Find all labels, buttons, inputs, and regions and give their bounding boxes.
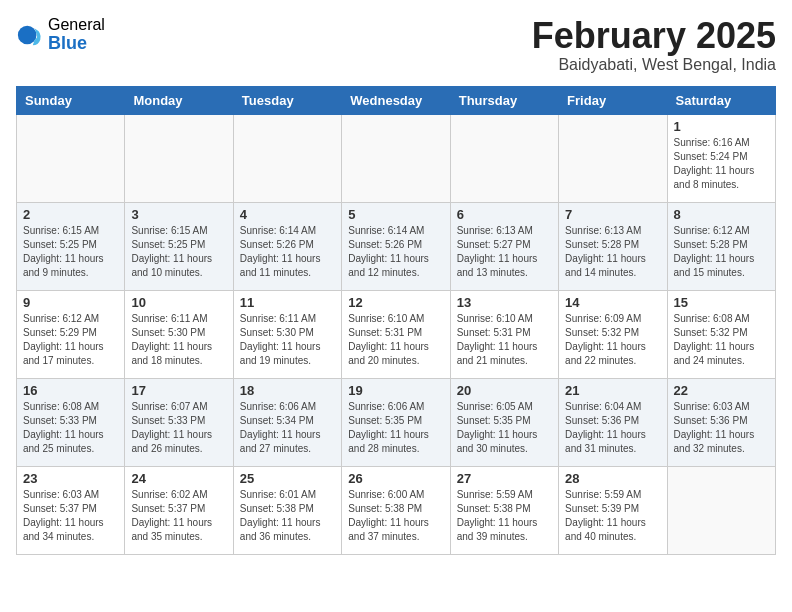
calendar-cell: 18Sunrise: 6:06 AM Sunset: 5:34 PM Dayli… — [233, 378, 341, 466]
day-info: Sunrise: 6:10 AM Sunset: 5:31 PM Dayligh… — [348, 312, 443, 368]
calendar-cell: 13Sunrise: 6:10 AM Sunset: 5:31 PM Dayli… — [450, 290, 558, 378]
day-info: Sunrise: 6:08 AM Sunset: 5:33 PM Dayligh… — [23, 400, 118, 456]
calendar-cell: 23Sunrise: 6:03 AM Sunset: 5:37 PM Dayli… — [17, 466, 125, 554]
col-header-tuesday: Tuesday — [233, 86, 341, 114]
day-number: 26 — [348, 471, 443, 486]
day-info: Sunrise: 6:03 AM Sunset: 5:37 PM Dayligh… — [23, 488, 118, 544]
calendar-cell: 20Sunrise: 6:05 AM Sunset: 5:35 PM Dayli… — [450, 378, 558, 466]
calendar-cell: 7Sunrise: 6:13 AM Sunset: 5:28 PM Daylig… — [559, 202, 667, 290]
day-number: 24 — [131, 471, 226, 486]
logo-blue: Blue — [48, 34, 105, 54]
col-header-thursday: Thursday — [450, 86, 558, 114]
calendar-cell: 14Sunrise: 6:09 AM Sunset: 5:32 PM Dayli… — [559, 290, 667, 378]
logo-text: General Blue — [48, 16, 105, 53]
logo-general: General — [48, 16, 105, 34]
day-number: 3 — [131, 207, 226, 222]
day-info: Sunrise: 6:12 AM Sunset: 5:29 PM Dayligh… — [23, 312, 118, 368]
day-info: Sunrise: 6:08 AM Sunset: 5:32 PM Dayligh… — [674, 312, 769, 368]
day-number: 8 — [674, 207, 769, 222]
day-number: 5 — [348, 207, 443, 222]
day-info: Sunrise: 6:13 AM Sunset: 5:27 PM Dayligh… — [457, 224, 552, 280]
day-number: 9 — [23, 295, 118, 310]
calendar-cell: 4Sunrise: 6:14 AM Sunset: 5:26 PM Daylig… — [233, 202, 341, 290]
day-number: 14 — [565, 295, 660, 310]
day-info: Sunrise: 6:03 AM Sunset: 5:36 PM Dayligh… — [674, 400, 769, 456]
calendar-cell: 26Sunrise: 6:00 AM Sunset: 5:38 PM Dayli… — [342, 466, 450, 554]
calendar-cell: 21Sunrise: 6:04 AM Sunset: 5:36 PM Dayli… — [559, 378, 667, 466]
calendar-cell: 28Sunrise: 5:59 AM Sunset: 5:39 PM Dayli… — [559, 466, 667, 554]
main-title: February 2025 — [532, 16, 776, 56]
calendar-cell — [342, 114, 450, 202]
svg-point-0 — [18, 25, 37, 44]
col-header-monday: Monday — [125, 86, 233, 114]
calendar-cell — [17, 114, 125, 202]
calendar-week-row: 2Sunrise: 6:15 AM Sunset: 5:25 PM Daylig… — [17, 202, 776, 290]
day-info: Sunrise: 6:14 AM Sunset: 5:26 PM Dayligh… — [348, 224, 443, 280]
calendar-cell: 17Sunrise: 6:07 AM Sunset: 5:33 PM Dayli… — [125, 378, 233, 466]
header: General Blue February 2025 Baidyabati, W… — [16, 16, 776, 74]
day-number: 13 — [457, 295, 552, 310]
calendar-cell — [233, 114, 341, 202]
calendar-cell: 10Sunrise: 6:11 AM Sunset: 5:30 PM Dayli… — [125, 290, 233, 378]
day-info: Sunrise: 6:06 AM Sunset: 5:34 PM Dayligh… — [240, 400, 335, 456]
day-number: 27 — [457, 471, 552, 486]
day-info: Sunrise: 6:13 AM Sunset: 5:28 PM Dayligh… — [565, 224, 660, 280]
calendar-cell: 11Sunrise: 6:11 AM Sunset: 5:30 PM Dayli… — [233, 290, 341, 378]
day-info: Sunrise: 6:00 AM Sunset: 5:38 PM Dayligh… — [348, 488, 443, 544]
day-number: 18 — [240, 383, 335, 398]
col-header-friday: Friday — [559, 86, 667, 114]
day-info: Sunrise: 6:06 AM Sunset: 5:35 PM Dayligh… — [348, 400, 443, 456]
day-number: 19 — [348, 383, 443, 398]
day-info: Sunrise: 6:04 AM Sunset: 5:36 PM Dayligh… — [565, 400, 660, 456]
subtitle: Baidyabati, West Bengal, India — [532, 56, 776, 74]
day-number: 17 — [131, 383, 226, 398]
day-info: Sunrise: 6:11 AM Sunset: 5:30 PM Dayligh… — [131, 312, 226, 368]
day-info: Sunrise: 6:10 AM Sunset: 5:31 PM Dayligh… — [457, 312, 552, 368]
calendar-cell: 9Sunrise: 6:12 AM Sunset: 5:29 PM Daylig… — [17, 290, 125, 378]
day-info: Sunrise: 6:15 AM Sunset: 5:25 PM Dayligh… — [23, 224, 118, 280]
day-number: 6 — [457, 207, 552, 222]
calendar-cell: 3Sunrise: 6:15 AM Sunset: 5:25 PM Daylig… — [125, 202, 233, 290]
calendar-cell: 16Sunrise: 6:08 AM Sunset: 5:33 PM Dayli… — [17, 378, 125, 466]
calendar-cell: 2Sunrise: 6:15 AM Sunset: 5:25 PM Daylig… — [17, 202, 125, 290]
day-number: 16 — [23, 383, 118, 398]
day-info: Sunrise: 6:11 AM Sunset: 5:30 PM Dayligh… — [240, 312, 335, 368]
calendar-cell: 27Sunrise: 5:59 AM Sunset: 5:38 PM Dayli… — [450, 466, 558, 554]
logo-icon — [16, 21, 44, 49]
calendar-cell: 19Sunrise: 6:06 AM Sunset: 5:35 PM Dayli… — [342, 378, 450, 466]
day-number: 2 — [23, 207, 118, 222]
col-header-wednesday: Wednesday — [342, 86, 450, 114]
day-number: 4 — [240, 207, 335, 222]
col-header-saturday: Saturday — [667, 86, 775, 114]
logo: General Blue — [16, 16, 105, 53]
day-number: 25 — [240, 471, 335, 486]
day-info: Sunrise: 6:09 AM Sunset: 5:32 PM Dayligh… — [565, 312, 660, 368]
calendar: SundayMondayTuesdayWednesdayThursdayFrid… — [16, 86, 776, 555]
calendar-cell — [125, 114, 233, 202]
calendar-cell: 24Sunrise: 6:02 AM Sunset: 5:37 PM Dayli… — [125, 466, 233, 554]
calendar-week-row: 1Sunrise: 6:16 AM Sunset: 5:24 PM Daylig… — [17, 114, 776, 202]
day-number: 7 — [565, 207, 660, 222]
day-number: 28 — [565, 471, 660, 486]
calendar-cell: 15Sunrise: 6:08 AM Sunset: 5:32 PM Dayli… — [667, 290, 775, 378]
calendar-cell — [450, 114, 558, 202]
day-number: 21 — [565, 383, 660, 398]
day-info: Sunrise: 5:59 AM Sunset: 5:38 PM Dayligh… — [457, 488, 552, 544]
calendar-cell: 22Sunrise: 6:03 AM Sunset: 5:36 PM Dayli… — [667, 378, 775, 466]
day-number: 22 — [674, 383, 769, 398]
calendar-cell: 5Sunrise: 6:14 AM Sunset: 5:26 PM Daylig… — [342, 202, 450, 290]
calendar-cell — [559, 114, 667, 202]
day-number: 23 — [23, 471, 118, 486]
day-info: Sunrise: 6:14 AM Sunset: 5:26 PM Dayligh… — [240, 224, 335, 280]
day-info: Sunrise: 6:12 AM Sunset: 5:28 PM Dayligh… — [674, 224, 769, 280]
calendar-week-row: 23Sunrise: 6:03 AM Sunset: 5:37 PM Dayli… — [17, 466, 776, 554]
day-number: 11 — [240, 295, 335, 310]
day-info: Sunrise: 6:05 AM Sunset: 5:35 PM Dayligh… — [457, 400, 552, 456]
day-info: Sunrise: 6:01 AM Sunset: 5:38 PM Dayligh… — [240, 488, 335, 544]
calendar-cell: 1Sunrise: 6:16 AM Sunset: 5:24 PM Daylig… — [667, 114, 775, 202]
day-number: 1 — [674, 119, 769, 134]
title-area: February 2025 Baidyabati, West Bengal, I… — [532, 16, 776, 74]
calendar-cell — [667, 466, 775, 554]
day-info: Sunrise: 6:07 AM Sunset: 5:33 PM Dayligh… — [131, 400, 226, 456]
calendar-cell: 25Sunrise: 6:01 AM Sunset: 5:38 PM Dayli… — [233, 466, 341, 554]
